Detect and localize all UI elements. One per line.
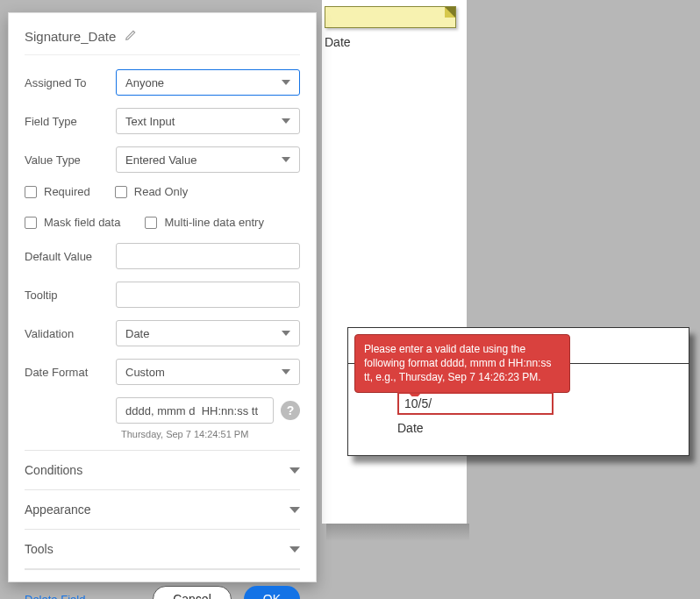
tooltip-input[interactable] [116,282,300,308]
label-assigned-to: Assigned To [25,76,116,89]
assigned-to-value: Anyone [125,76,164,89]
required-label: Required [44,185,90,198]
tools-section[interactable]: Tools [25,529,300,569]
date-format-value: Custom [125,366,165,379]
date-format-select[interactable]: Custom [116,359,300,385]
validation-error-tooltip: Please enter a valid date using the foll… [354,334,570,393]
edit-name-icon[interactable] [125,29,137,44]
default-value-input[interactable] [116,243,300,269]
signature-date-field-preview[interactable] [325,6,456,28]
label-validation: Validation [25,327,116,340]
delete-field-link[interactable]: Delete Field [25,593,85,600]
label-default-value: Default Value [25,250,116,263]
checkbox-icon [115,186,127,198]
mask-label: Mask field data [44,216,120,229]
field-name: Signature_Date [25,29,116,44]
label-field-type: Field Type [25,115,116,128]
multiline-checkbox[interactable]: Multi-line data entry [145,216,263,229]
checkbox-icon [145,217,157,229]
field-type-value: Text Input [125,115,175,128]
chevron-down-icon [289,467,300,474]
default-value-field[interactable] [125,244,290,268]
ok-button[interactable]: OK [244,586,300,599]
chevron-down-icon [282,80,290,85]
appearance-label: Appearance [25,503,91,517]
validation-select[interactable]: Date [116,320,300,346]
value-type-select[interactable]: Entered Value [116,146,300,173]
tools-label: Tools [25,542,54,556]
conditions-section[interactable]: Conditions [25,450,300,489]
custom-format-input[interactable] [116,397,274,424]
panel-title-row: Signature_Date [25,29,300,55]
field-type-select[interactable]: Text Input [116,108,300,134]
chevron-down-icon [282,331,290,336]
tooltip-field[interactable] [125,282,290,307]
assigned-to-select[interactable]: Anyone [116,69,300,96]
read-only-label: Read Only [134,185,188,198]
value-type-value: Entered Value [125,153,196,167]
label-date-format: Date Format [25,366,116,379]
date-input-field[interactable] [404,396,546,410]
chevron-down-icon [282,369,290,374]
chevron-down-icon [289,507,300,513]
custom-format-field[interactable] [125,398,264,423]
canvas-shadow [326,524,469,541]
checkbox-icon [25,217,37,229]
preview-label: Date [325,35,351,49]
required-checkbox[interactable]: Required [25,185,90,198]
chevron-down-icon [289,546,300,553]
multiline-label: Multi-line data entry [164,216,263,229]
conditions-label: Conditions [25,463,82,477]
date-input-invalid[interactable] [397,392,554,415]
chevron-down-icon [282,118,290,124]
mask-checkbox[interactable]: Mask field data [25,216,120,229]
checkbox-group: Required Read Only Mask field data Multi… [25,185,300,229]
panel-footer: Delete Field Cancel OK [25,569,300,599]
appearance-section[interactable]: Appearance [25,489,300,529]
cancel-button[interactable]: Cancel [153,586,232,599]
read-only-checkbox[interactable]: Read Only [115,185,188,198]
checkbox-icon [25,186,37,198]
validation-value: Date [125,327,149,340]
label-tooltip: Tooltip [25,289,116,302]
help-icon[interactable]: ? [281,401,300,420]
label-value-type: Value Type [25,153,116,167]
field-properties-panel: Signature_Date Assigned To Anyone Field … [8,12,317,582]
chevron-down-icon [282,157,290,162]
date-input-label: Date [397,421,424,435]
custom-format-example: Thursday, Sep 7 14:24:51 PM [121,429,300,439]
